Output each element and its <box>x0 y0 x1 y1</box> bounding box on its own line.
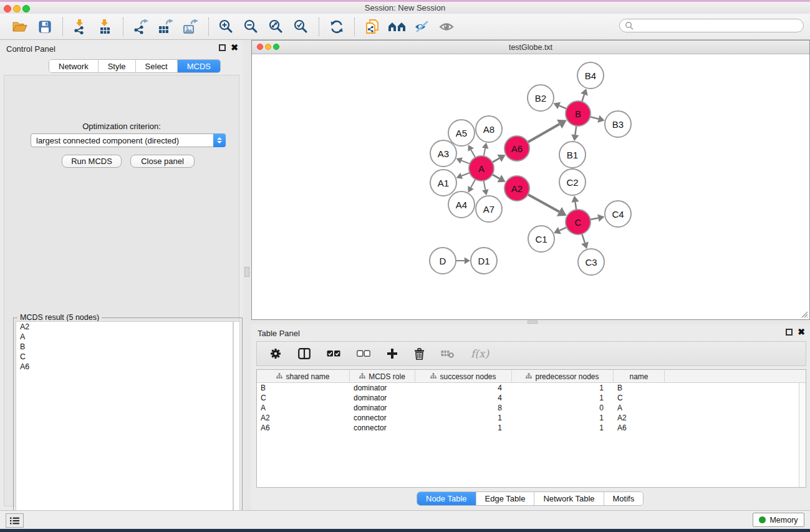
edge-A6-B[interactable] <box>528 124 559 142</box>
edge-C-C3[interactable] <box>582 234 585 243</box>
graph-node-B3[interactable]: B3 <box>605 111 631 137</box>
clone-network-icon[interactable] <box>360 16 385 37</box>
show-panels-button[interactable] <box>6 513 24 528</box>
horizontal-split-handle[interactable] <box>528 321 538 324</box>
graph-node-B1[interactable]: B1 <box>559 142 586 168</box>
graph-node-C[interactable]: C <box>566 210 591 235</box>
float-panel-icon[interactable] <box>219 44 226 51</box>
export-network-icon[interactable] <box>128 16 153 37</box>
edge-A-A4[interactable] <box>471 180 475 188</box>
optimization-criterion-dropdown[interactable]: largest connected component (directed) <box>31 133 226 147</box>
mcds-result-scrollbar[interactable] <box>233 321 240 531</box>
deselect-all-icon[interactable] <box>357 350 370 357</box>
table-row[interactable]: A2connector11A2 <box>257 413 806 423</box>
tab-network-table[interactable]: Network Table <box>534 492 604 505</box>
edge-B-B2[interactable] <box>559 105 567 109</box>
edge-B-B3[interactable] <box>590 117 599 119</box>
edge-A-A7[interactable] <box>484 181 486 190</box>
mcds-result-item[interactable]: B <box>16 342 233 352</box>
mcds-result-item[interactable]: A <box>16 332 233 342</box>
close-panel-button[interactable]: Close panel <box>130 155 195 168</box>
graph-node-D[interactable]: D <box>430 248 456 274</box>
edge-B-B1[interactable] <box>575 126 576 135</box>
table-row[interactable]: Bdominator41B <box>257 383 806 393</box>
graph-node-B4[interactable]: B4 <box>577 62 604 89</box>
graph-node-C3[interactable]: C3 <box>578 249 604 275</box>
tab-edge-table[interactable]: Edge Table <box>476 492 535 505</box>
columns-icon[interactable] <box>298 348 311 359</box>
column-header-predecessor-nodes[interactable]: predecessor nodes <box>512 370 614 383</box>
settings-gear-icon[interactable] <box>269 347 282 360</box>
float-table-panel-icon[interactable] <box>786 329 793 336</box>
hide-details-icon[interactable] <box>410 16 435 37</box>
zoom-selected-icon[interactable] <box>289 16 314 37</box>
edge-B-B4[interactable] <box>582 95 584 102</box>
graph-node-A6[interactable]: A6 <box>504 136 529 161</box>
edge-A-A2[interactable] <box>492 175 499 178</box>
graph-node-C2[interactable]: C2 <box>559 169 586 195</box>
table-row[interactable]: Adominator80A <box>257 403 806 413</box>
graph-node-A[interactable]: A <box>469 156 494 181</box>
export-image-icon[interactable] <box>178 16 203 37</box>
graph-node-C4[interactable]: C4 <box>605 201 631 227</box>
network-window-titlebar[interactable]: testGlobe.txt <box>252 41 809 54</box>
open-file-icon[interactable] <box>7 16 32 37</box>
close-table-panel-icon[interactable]: ✖ <box>798 329 805 336</box>
horizontal-split-divider[interactable] <box>251 320 810 324</box>
graph-node-B[interactable]: B <box>566 101 591 126</box>
show-details-icon[interactable] <box>435 16 460 37</box>
network-overview-icon[interactable] <box>385 16 410 37</box>
vertical-split-handle[interactable] <box>244 267 249 277</box>
edge-A-A6[interactable] <box>492 158 499 162</box>
edge-A-A8[interactable] <box>484 148 485 157</box>
graph-node-A8[interactable]: A8 <box>476 116 502 142</box>
graph-node-A1[interactable]: A1 <box>430 170 456 196</box>
resize-grip-icon[interactable] <box>799 309 808 318</box>
import-network-icon[interactable] <box>68 16 93 37</box>
tab-node-table[interactable]: Node Table <box>417 492 476 505</box>
mcds-result-item[interactable]: A6 <box>16 362 233 372</box>
edge-A-A5[interactable] <box>471 150 475 157</box>
run-mcds-button[interactable]: Run MCDS <box>62 155 122 168</box>
tab-mcds[interactable]: MCDS <box>178 60 220 72</box>
column-header-shared-name[interactable]: shared name <box>257 370 350 383</box>
column-header-name[interactable]: name <box>614 370 665 383</box>
export-table-icon[interactable] <box>153 16 178 37</box>
edge-A-A1[interactable] <box>461 173 470 176</box>
graph-node-D1[interactable]: D1 <box>471 248 497 274</box>
vertical-split-divider[interactable] <box>243 40 251 510</box>
delete-icon[interactable] <box>414 348 425 360</box>
table-row[interactable]: Cdominator41C <box>257 393 806 403</box>
edge-A2-C[interactable] <box>528 195 559 212</box>
refresh-icon[interactable] <box>324 16 349 37</box>
graph-node-A2[interactable]: A2 <box>504 176 529 201</box>
tab-network[interactable]: Network <box>49 60 99 72</box>
save-session-icon[interactable] <box>32 16 57 37</box>
graph-node-A3[interactable]: A3 <box>430 140 456 167</box>
table-row[interactable]: A6connector11A6 <box>257 423 806 433</box>
add-icon[interactable] <box>387 348 398 359</box>
graph-node-A7[interactable]: A7 <box>476 196 502 222</box>
mcds-result-item[interactable]: C <box>16 352 233 362</box>
zoom-fit-icon[interactable] <box>264 16 289 37</box>
column-header-mcds-role[interactable]: MCDS role <box>350 370 415 383</box>
table-scrollbar[interactable] <box>799 383 806 487</box>
edge-C-C2[interactable] <box>575 202 576 210</box>
network-canvas-svg[interactable]: B4B2BB3A5A8A6A3B1AC2A1A2A4A7C4CC1DD1C3 <box>252 54 809 319</box>
zoom-out-icon[interactable] <box>239 16 264 37</box>
graph-node-A4[interactable]: A4 <box>448 191 475 218</box>
mcds-result-item[interactable]: A2 <box>16 322 233 332</box>
graph-node-C1[interactable]: C1 <box>528 226 554 252</box>
edge-C-C4[interactable] <box>591 218 599 220</box>
tab-style[interactable]: Style <box>99 60 136 72</box>
edge-C-C1[interactable] <box>559 227 566 230</box>
memory-button[interactable]: Memory <box>753 513 804 527</box>
graph-node-A5[interactable]: A5 <box>448 120 475 146</box>
tab-motifs[interactable]: Motifs <box>604 492 644 505</box>
select-all-icon[interactable] <box>327 350 340 357</box>
tab-select[interactable]: Select <box>136 60 178 72</box>
import-table-icon[interactable] <box>93 16 118 37</box>
edge-A-A3[interactable] <box>461 160 470 163</box>
graph-node-B2[interactable]: B2 <box>528 85 554 111</box>
search-input[interactable] <box>619 19 804 32</box>
